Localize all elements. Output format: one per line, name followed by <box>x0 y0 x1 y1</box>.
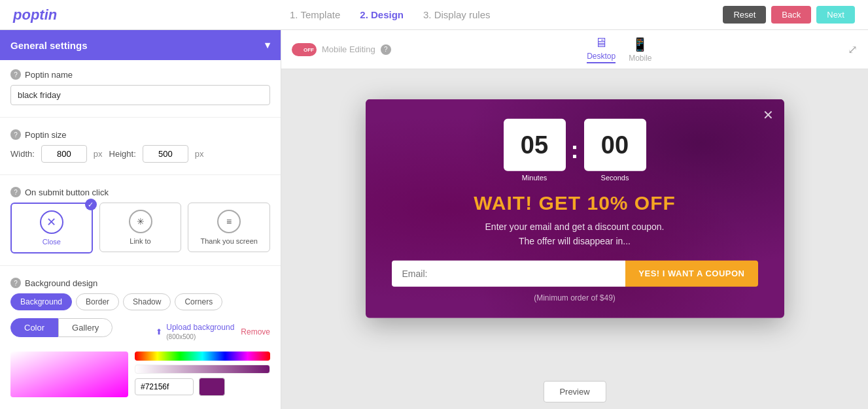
width-px: px <box>94 149 103 159</box>
poptin-name-label-row: ? Poptin name <box>10 69 270 80</box>
color-controls <box>135 352 270 397</box>
mobile-editing-row: Mobile Editing ? <box>292 43 391 56</box>
upload-icon: ⬆ <box>156 327 162 336</box>
preview-toolbar: Mobile Editing ? 🖥 Desktop 📱 Mobile ⤢ <box>281 30 868 69</box>
popup-note: (Minimum order of $49) <box>392 293 758 303</box>
help-icon-mobile: ? <box>381 44 391 55</box>
preview-btn-row: Preview <box>543 381 606 402</box>
bg-design-label: Background design <box>25 278 97 288</box>
sidebar-header-label: General settings <box>10 40 88 51</box>
help-icon-name: ? <box>10 69 21 80</box>
linkto-option-icon: ✳ <box>129 210 152 233</box>
on-submit-label: On submit button click <box>25 188 109 197</box>
poptin-name-label: Poptin name <box>25 70 73 80</box>
sidebar-header[interactable]: General settings ▾ <box>0 30 281 60</box>
step-display-rules[interactable]: 3. Display rules <box>423 9 491 20</box>
help-icon-size: ? <box>10 129 21 140</box>
submit-options-row: ✓ ✕ Close ✳ Link to ≡ Thank yo <box>10 203 270 254</box>
bg-design-label-row: ? Background design <box>10 278 270 288</box>
submit-option-linkto-wrapper: ✳ Link to <box>99 203 182 254</box>
size-inputs-row: Width: px Height: px <box>10 145 270 163</box>
coupon-button[interactable]: YES! I WANT A COUPON <box>625 261 757 287</box>
color-gradient-picker[interactable] <box>10 352 128 397</box>
mobile-editing-toggle[interactable] <box>292 43 317 56</box>
popup-close-button[interactable]: ✕ <box>763 107 774 123</box>
bg-tab-background[interactable]: Background <box>10 293 72 310</box>
chevron-down-icon: ▾ <box>265 39 270 51</box>
logo: poptin <box>13 7 57 24</box>
popup-preview: ✕ 05 Minutes : 00 Seconds <box>366 99 784 318</box>
minutes-label: Minutes <box>522 174 547 182</box>
checkmark-icon: ✓ <box>85 199 97 210</box>
submit-option-thankyou[interactable]: ≡ Thank you screen <box>188 203 270 252</box>
background-design-section: ? Background design Background Border Sh… <box>0 269 281 406</box>
submit-option-thankyou-wrapper: ≡ Thank you screen <box>188 203 270 254</box>
poptin-name-input[interactable] <box>10 85 270 105</box>
poptin-size-label: Poptin size <box>25 130 67 140</box>
popup-title-pre: WAIT! GET <box>474 192 587 214</box>
width-input[interactable] <box>41 145 87 163</box>
on-submit-section: ? On submit button click ✓ ✕ Close ✳ Lin <box>0 178 281 263</box>
width-label: Width: <box>10 149 35 159</box>
popup-title-accent: 10% OFF <box>587 192 675 214</box>
color-gallery-tabs: Color Gallery <box>10 318 113 337</box>
help-icon-bg: ? <box>10 278 21 288</box>
rainbow-bar[interactable] <box>135 352 270 361</box>
color-picker-area <box>10 352 270 397</box>
seconds-label: Seconds <box>601 174 629 182</box>
upload-bg-button[interactable]: ⬆ Upload background (800x500) Remove <box>156 323 270 341</box>
step-template[interactable]: 1. Template <box>290 9 340 20</box>
countdown-row: 05 Minutes : 00 Seconds <box>392 119 758 182</box>
main-content: General settings ▾ ? Poptin name ? Popti… <box>0 30 868 409</box>
popup-title: WAIT! GET 10% OFF <box>392 192 758 214</box>
poptin-name-section: ? Poptin name <box>0 60 281 114</box>
preview-button[interactable]: Preview <box>543 381 606 402</box>
thankyou-option-icon: ≡ <box>217 210 241 233</box>
popup-description: Enter your email and get a discount coup… <box>392 220 758 249</box>
desktop-tab[interactable]: 🖥 Desktop <box>587 35 616 63</box>
sidebar: General settings ▾ ? Poptin name ? Popti… <box>0 30 281 409</box>
step-design[interactable]: 2. Design <box>360 9 404 20</box>
bg-tab-shadow[interactable]: Shadow <box>123 293 171 310</box>
minutes-col: 05 Minutes <box>504 119 566 182</box>
color-tab[interactable]: Color <box>10 318 58 337</box>
hex-input[interactable] <box>135 378 194 395</box>
reset-button[interactable]: Reset <box>723 6 766 24</box>
bg-tab-border[interactable]: Border <box>76 293 119 310</box>
poptin-size-section: ? Poptin size Width: px Height: px <box>0 120 281 172</box>
bg-tab-corners[interactable]: Corners <box>175 293 222 310</box>
next-button[interactable]: Next <box>816 6 855 24</box>
desktop-icon: 🖥 <box>595 35 608 50</box>
remove-bg-button[interactable]: Remove <box>241 327 270 336</box>
submit-option-close[interactable]: ✓ ✕ Close <box>10 203 93 254</box>
help-icon-submit: ? <box>10 187 21 197</box>
minutes-box: 05 <box>504 119 566 171</box>
back-button[interactable]: Back <box>771 6 811 24</box>
submit-option-linkto[interactable]: ✳ Link to <box>99 203 182 252</box>
countdown-separator: : <box>571 124 579 176</box>
thankyou-option-label: Thank you screen <box>200 237 257 245</box>
close-option-label: Close <box>43 238 61 246</box>
device-tabs: 🖥 Desktop 📱 Mobile <box>587 35 651 63</box>
popup-inner: ✕ 05 Minutes : 00 Seconds <box>366 99 784 318</box>
popup-form: YES! I WANT A COUPON <box>392 261 758 287</box>
close-option-icon: ✕ <box>40 210 63 234</box>
height-label: Height: <box>109 149 136 159</box>
mobile-icon: 📱 <box>632 37 648 52</box>
seconds-col: 00 Seconds <box>584 119 646 182</box>
alpha-bar[interactable] <box>135 365 270 374</box>
color-preview-swatch[interactable] <box>199 378 225 396</box>
email-input[interactable] <box>392 261 626 287</box>
nav-steps: 1. Template 2. Design 3. Display rules <box>290 9 491 20</box>
top-nav: poptin 1. Template 2. Design 3. Display … <box>0 0 868 30</box>
nav-buttons: Reset Back Next <box>723 6 855 24</box>
gallery-tab[interactable]: Gallery <box>58 318 113 337</box>
upload-bg-label: Upload background (800x500) <box>166 323 234 341</box>
bg-tabs-row: Background Border Shadow Corners <box>10 293 270 310</box>
height-input[interactable] <box>143 145 188 163</box>
mobile-editing-label: Mobile Editing <box>322 44 375 54</box>
hex-row <box>135 378 270 396</box>
submit-option-close-wrapper: ✓ ✕ Close <box>10 203 93 254</box>
expand-icon[interactable]: ⤢ <box>848 42 858 57</box>
mobile-tab[interactable]: 📱 Mobile <box>629 37 651 63</box>
